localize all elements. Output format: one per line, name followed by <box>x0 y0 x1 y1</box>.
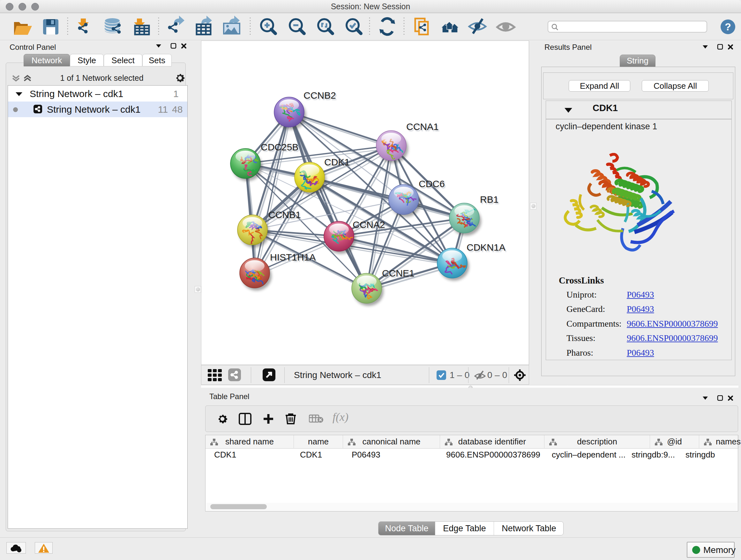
svg-text:CCNB1: CCNB1 <box>268 209 301 220</box>
svg-text:CCNA2: CCNA2 <box>353 219 385 230</box>
svg-text:HIST1H1A: HIST1H1A <box>270 252 316 262</box>
svg-text:CDC25B: CDC25B <box>261 142 298 152</box>
svg-text:CCNB2: CCNB2 <box>304 90 336 101</box>
svg-text:CDK1: CDK1 <box>324 157 350 167</box>
svg-text:CCNA1: CCNA1 <box>406 121 439 132</box>
svg-text:CDKN1A: CDKN1A <box>467 242 506 253</box>
svg-text:RB1: RB1 <box>480 194 498 205</box>
svg-text:CCNE1: CCNE1 <box>382 268 414 278</box>
svg-text:CDC6: CDC6 <box>419 179 445 189</box>
